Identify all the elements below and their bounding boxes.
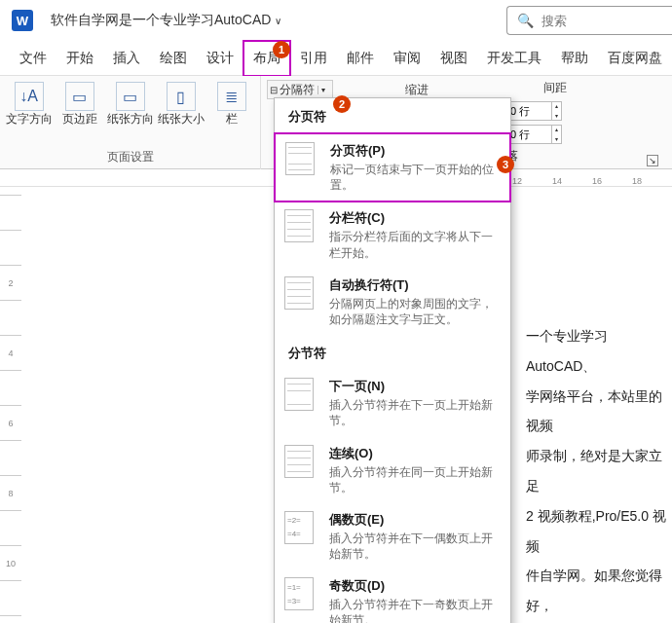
- menu-mailings[interactable]: 邮件: [337, 41, 384, 76]
- menu-home[interactable]: 开始: [56, 41, 103, 76]
- page-size-button[interactable]: ▯ 纸张大小: [156, 82, 206, 126]
- even-page-icon: =2==4=: [284, 511, 314, 544]
- break-item-continuous[interactable]: 连续(O) 插入分节符并在同一页上开始新节。: [275, 437, 510, 503]
- spin-up[interactable]: ▴: [551, 125, 561, 134]
- text-direction-button[interactable]: ↓A 文字方向: [4, 82, 55, 126]
- spacing-label: 间距: [543, 80, 567, 96]
- break-item-column-break[interactable]: 分栏符(C) 指示分栏符后面的文字将从下一栏开始。: [275, 202, 510, 268]
- break-item-odd-page[interactable]: =1==3= 奇数页(D) 插入分节符并在下一奇数页上开始新节。: [275, 569, 510, 623]
- menu-developer[interactable]: 开发工具: [477, 41, 551, 76]
- orientation-button[interactable]: ▭ 纸张方向: [105, 82, 156, 126]
- menu-references[interactable]: 引用: [290, 41, 337, 76]
- break-item-page-break[interactable]: 分页符(P) 标记一页结束与下一页开始的位置。: [274, 132, 511, 202]
- columns-button[interactable]: ≣ 栏: [206, 82, 257, 126]
- document-title: 软件自学网是一个专业学习AutoCAD∨: [51, 12, 281, 29]
- spacing-before-input[interactable]: ▴▾: [507, 101, 562, 121]
- menu-review[interactable]: 审阅: [384, 41, 430, 76]
- callout-3: 3: [497, 156, 514, 173]
- text-wrap-icon: [284, 276, 314, 310]
- menu-bar: 文件 开始 插入 绘图 设计 布局 引用 邮件 审阅 视图 开发工具 帮助 百度…: [0, 41, 672, 76]
- orientation-icon: ▭: [116, 82, 145, 111]
- chevron-down-icon[interactable]: ▾: [317, 86, 325, 94]
- chevron-down-icon[interactable]: ∨: [275, 16, 281, 26]
- spacing-after-input[interactable]: ▴▾: [507, 125, 562, 144]
- paragraph-launcher[interactable]: ↘: [647, 155, 658, 166]
- search-input[interactable]: [541, 14, 662, 28]
- search-box[interactable]: 🔍: [506, 6, 672, 35]
- text-direction-icon: ↓A: [15, 82, 44, 111]
- break-item-text-wrap[interactable]: 自动换行符(T) 分隔网页上的对象周围的文字，如分隔题注文字与正文。: [275, 269, 510, 335]
- odd-page-icon: =1==3=: [284, 577, 314, 610]
- menu-baidu[interactable]: 百度网盘: [598, 41, 672, 76]
- margins-icon: ▭: [65, 82, 94, 111]
- indent-label: 缩进: [388, 82, 446, 98]
- columns-icon: ≣: [217, 82, 246, 111]
- page-break-icon: [285, 142, 315, 175]
- continuous-icon: [284, 445, 314, 478]
- page-setup-group-label: 页面设置: [107, 149, 154, 169]
- margins-button[interactable]: ▭ 页边距: [55, 82, 105, 126]
- page-size-icon: ▯: [167, 82, 196, 111]
- menu-help[interactable]: 帮助: [551, 41, 598, 76]
- breaks-section-pagebreaks: 分页符: [275, 98, 510, 133]
- vertical-ruler: 2 4 6 8 10 12: [0, 195, 21, 623]
- callout-1: 1: [273, 41, 290, 58]
- menu-design[interactable]: 设计: [197, 41, 243, 76]
- spin-down[interactable]: ▾: [551, 134, 561, 144]
- search-icon: 🔍: [517, 13, 534, 28]
- menu-insert[interactable]: 插入: [103, 41, 150, 76]
- callout-2: 2: [333, 95, 351, 113]
- menu-draw[interactable]: 绘图: [150, 41, 197, 76]
- column-break-icon: [284, 209, 314, 242]
- menu-file[interactable]: 文件: [10, 41, 56, 76]
- word-app-icon: W: [12, 10, 33, 31]
- break-item-next-page[interactable]: 下一页(N) 插入分节符并在下一页上开始新节。: [275, 370, 510, 436]
- spin-up[interactable]: ▴: [551, 101, 561, 111]
- breaks-button[interactable]: ⊟ 分隔符 ▾: [267, 80, 333, 99]
- break-item-even-page[interactable]: =2==4= 偶数页(E) 插入分节符并在下一偶数页上开始新节。: [275, 503, 510, 569]
- menu-view[interactable]: 视图: [430, 41, 477, 76]
- breaks-section-sectionbreaks: 分节符: [275, 335, 510, 370]
- spin-down[interactable]: ▾: [551, 111, 561, 121]
- breaks-dropdown: 分页符 分页符(P) 标记一页结束与下一页开始的位置。 分栏符(C) 指示分栏符…: [274, 97, 511, 623]
- next-page-icon: [284, 378, 314, 411]
